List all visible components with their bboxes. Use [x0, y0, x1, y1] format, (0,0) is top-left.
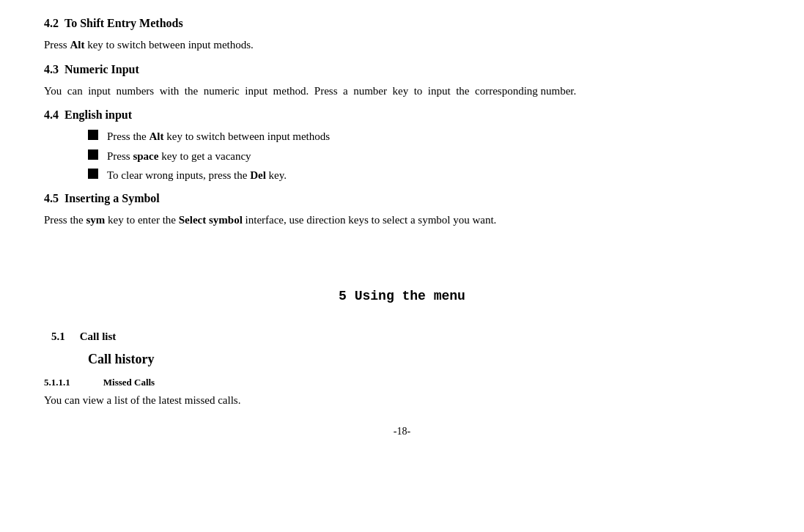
- page-number: -18-: [44, 424, 760, 439]
- section-5-1-1-1-title: Missed Calls: [103, 375, 155, 390]
- bullet-1-text: Press the Alt key to switch between inpu…: [107, 128, 330, 145]
- call-history-heading: Call history: [44, 350, 760, 369]
- section-4-5-title: Inserting a Symbol: [64, 190, 160, 207]
- section-4-2: 4.2 To Shift Entry Methods Press Alt key…: [44, 15, 760, 53]
- del-key: Del: [250, 169, 266, 181]
- section-4-2-number: 4.2: [44, 15, 59, 32]
- bullet-1: Press the Alt key to switch between inpu…: [88, 128, 760, 145]
- space-key: space: [133, 150, 158, 162]
- sym-key: sym: [86, 214, 106, 226]
- alt-key-2: Alt: [150, 130, 164, 142]
- select-symbol-text: Select symbol: [179, 214, 243, 226]
- section-5-1-1-1-number: 5.1.1.1: [44, 375, 70, 390]
- bullet-3-text: To clear wrong inputs, press the Del key…: [107, 167, 287, 184]
- section-4-3-heading: 4.3 Numeric Input: [44, 61, 760, 78]
- section-5-1: 5.1 Call list Call history 5.1.1.1 Misse…: [44, 328, 760, 409]
- bullet-icon-2: [88, 149, 98, 160]
- alt-key-1: Alt: [70, 39, 84, 51]
- section-4-3-title: Numeric Input: [64, 61, 139, 78]
- bullet-3: To clear wrong inputs, press the Del key…: [88, 167, 760, 184]
- call-history-title: Call history: [88, 352, 155, 366]
- section-4-3: 4.3 Numeric Input You can input numbers …: [44, 61, 760, 100]
- section-4-4-heading: 4.4 English input: [44, 106, 760, 124]
- bullet-icon-1: [88, 130, 98, 140]
- section-4-3-number: 4.3: [44, 61, 59, 78]
- section-5-1-1-1-body: You can view a list of the latest missed…: [44, 392, 760, 409]
- chapter-5-label: 5 Using the menu: [339, 289, 465, 303]
- section-4-2-body: Press Alt key to switch between input me…: [44, 37, 760, 53]
- section-4-4: 4.4 English input Press the Alt key to s…: [44, 106, 760, 184]
- section-4-2-title: To Shift Entry Methods: [64, 15, 183, 32]
- section-4-5-heading: 4.5 Inserting a Symbol: [44, 190, 760, 207]
- section-4-3-body: You can input numbers with the numeric i…: [44, 83, 760, 100]
- section-4-4-number: 4.4: [44, 106, 59, 124]
- section-5-1-1-1-heading: 5.1.1.1 Missed Calls: [44, 375, 760, 390]
- bullet-icon-3: [88, 169, 98, 179]
- section-4-4-bullets: Press the Alt key to switch between inpu…: [88, 128, 760, 184]
- bullet-2-text: Press space key to get a vacancy: [107, 148, 251, 165]
- bullet-2: Press space key to get a vacancy: [88, 148, 760, 165]
- section-5-1-title: Call list: [80, 328, 117, 345]
- section-4-5: 4.5 Inserting a Symbol Press the sym key…: [44, 190, 760, 229]
- section-4-5-body: Press the sym key to enter the Select sy…: [44, 212, 760, 229]
- section-5-1-number: 5.1: [51, 328, 65, 345]
- section-4-2-heading: 4.2 To Shift Entry Methods: [44, 15, 760, 32]
- section-5-1-heading: 5.1 Call list: [44, 328, 760, 345]
- chapter-5-header: 5 Using the menu: [44, 287, 760, 306]
- spacer-1: [44, 235, 760, 257]
- section-4-5-number: 4.5: [44, 190, 59, 207]
- section-4-4-title: English input: [64, 106, 132, 124]
- section-5-1-1-1: 5.1.1.1 Missed Calls You can view a list…: [44, 375, 760, 409]
